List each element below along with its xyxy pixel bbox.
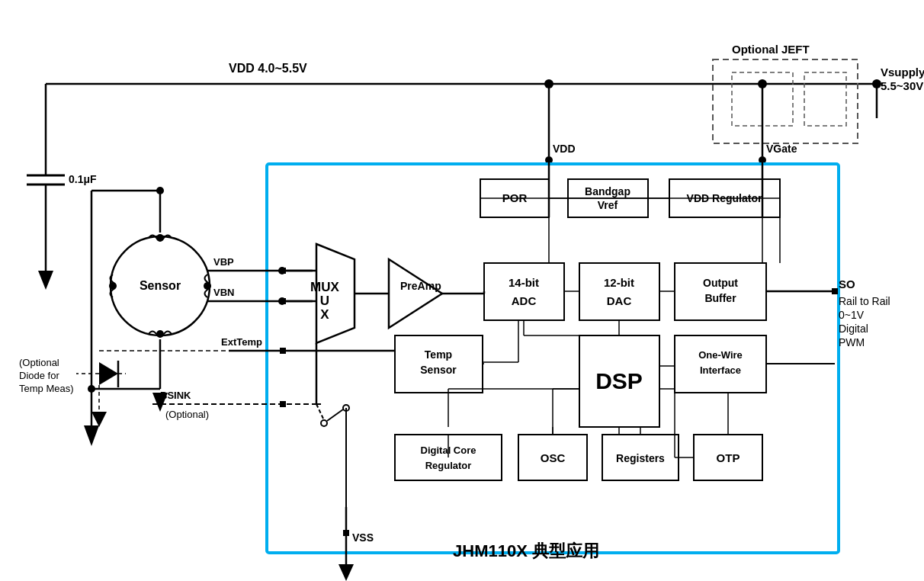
svg-rect-74 bbox=[484, 263, 564, 320]
optional-diode-label: (Optional bbox=[19, 357, 59, 368]
output-range-label: 0~1V bbox=[839, 309, 865, 321]
diode-for-label: Diode for bbox=[19, 370, 59, 381]
exttemp-label: ExtTemp bbox=[221, 336, 262, 348]
svg-rect-63 bbox=[343, 530, 349, 536]
digital-core-label2: Regulator bbox=[425, 460, 472, 471]
one-wire-label: One-Wire bbox=[698, 349, 743, 361]
adc-label2: ADC bbox=[512, 294, 537, 307]
vss-label: VSS bbox=[352, 531, 374, 544]
so-label: SO bbox=[839, 278, 855, 290]
vbp-label: VBP bbox=[213, 256, 234, 268]
svg-point-24 bbox=[204, 282, 211, 290]
vbn-label: VBN bbox=[213, 287, 234, 298]
registers-label: Registers bbox=[616, 452, 665, 464]
vsupply-range: 5.5~30V bbox=[881, 79, 923, 92]
vdd-pin-label: VDD bbox=[553, 143, 576, 155]
svg-rect-47 bbox=[280, 348, 286, 354]
preamp-label: PreAmp bbox=[400, 280, 441, 292]
dac-label2: DAC bbox=[607, 294, 632, 307]
osc-label: OSC bbox=[541, 451, 566, 464]
dac-label: 12-bit bbox=[604, 276, 634, 289]
svg-rect-75 bbox=[579, 263, 659, 320]
vgate-pin-label: VGate bbox=[766, 143, 797, 155]
vdd-label: VDD 4.0~5.5V bbox=[229, 62, 307, 75]
mux-label: MUX bbox=[310, 280, 339, 294]
svg-rect-56 bbox=[280, 401, 286, 407]
temp-sensor-label: Temp bbox=[425, 348, 452, 361]
svg-text:X: X bbox=[320, 307, 329, 322]
svg-rect-44 bbox=[280, 268, 286, 274]
dsp-label: DSP bbox=[595, 368, 643, 393]
one-wire-label2: Interface bbox=[700, 364, 741, 376]
digital-label: Digital bbox=[839, 323, 868, 335]
svg-text:U: U bbox=[320, 294, 329, 308]
otp-label: OTP bbox=[717, 451, 740, 464]
bandgap-label: Bandgap bbox=[585, 185, 630, 197]
svg-point-21 bbox=[156, 234, 164, 242]
bsink-label: BSINK bbox=[160, 390, 191, 401]
temp-meas-label: Temp Meas) bbox=[19, 383, 74, 394]
svg-rect-88 bbox=[832, 288, 838, 294]
temp-sensor-label2: Sensor bbox=[420, 364, 457, 376]
vsupply-label: Vsupply bbox=[881, 66, 924, 79]
vref-label: Vref bbox=[598, 199, 618, 211]
adc-label: 14-bit bbox=[509, 276, 539, 289]
footer-label: JHM110X 典型应用 bbox=[453, 541, 599, 560]
svg-point-22 bbox=[156, 330, 164, 338]
output-buffer-label: Output bbox=[703, 277, 738, 289]
cap-label: 0.1μF bbox=[69, 173, 97, 185]
sensor-label: Sensor bbox=[140, 279, 181, 292]
pwm-label: PWM bbox=[839, 336, 865, 348]
rail-to-rail-label: Rail to Rail bbox=[839, 295, 890, 307]
svg-rect-45 bbox=[280, 298, 286, 304]
optional-bsink-label: (Optional) bbox=[165, 409, 209, 420]
output-buffer-label2: Buffer bbox=[704, 292, 736, 304]
optional-jeft-label: Optional JEFT bbox=[732, 43, 810, 56]
svg-point-23 bbox=[109, 282, 117, 290]
